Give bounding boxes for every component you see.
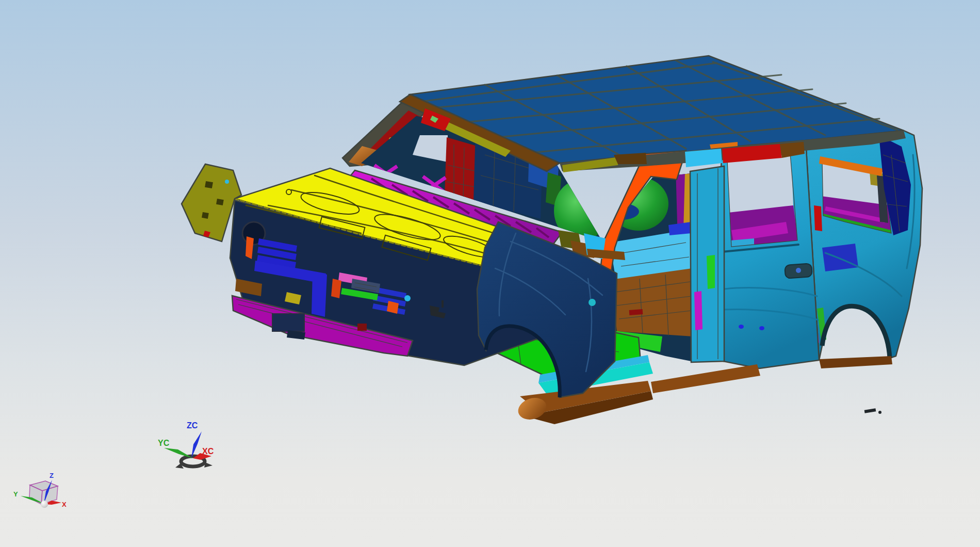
floating-dot (878, 411, 881, 414)
wcs-y-label: YC (158, 439, 170, 447)
door-blue-dot-3 (759, 326, 764, 330)
wcs-z-label: ZC (187, 421, 198, 430)
view-z-label: Z (50, 472, 54, 479)
b-pillar-magenta-sliver (694, 291, 703, 330)
door-blue-dot-2 (739, 325, 744, 329)
b-pillar[interactable] (690, 166, 724, 362)
rear-door-window (726, 153, 798, 249)
view-x-label: X (62, 501, 67, 508)
c-pillar-red-sliver (814, 205, 822, 231)
quarter-blue-box (822, 244, 858, 271)
tow-hitch-box (272, 314, 304, 331)
grille-frame-vertical (312, 272, 327, 317)
cad-3d-viewport[interactable]: ZC YC XC Z Y X (0, 0, 980, 547)
view-y-label: Y (13, 490, 18, 498)
door-handle-glint (796, 268, 801, 273)
rear-door[interactable] (718, 140, 819, 368)
fascia-red-brick (357, 324, 367, 331)
b-pillar-reinforcement-green (707, 255, 715, 289)
bracket-pin (442, 300, 444, 308)
floor-pan-rear-brown (611, 268, 692, 336)
fender-teal-dot (589, 299, 596, 306)
view-origin-sphere (41, 501, 48, 508)
floor-red-bit (629, 309, 643, 315)
fender-cap-teal-dot (225, 180, 229, 184)
wcs-x-label: XC (202, 447, 214, 456)
fascia-cyan-dot (404, 295, 411, 301)
